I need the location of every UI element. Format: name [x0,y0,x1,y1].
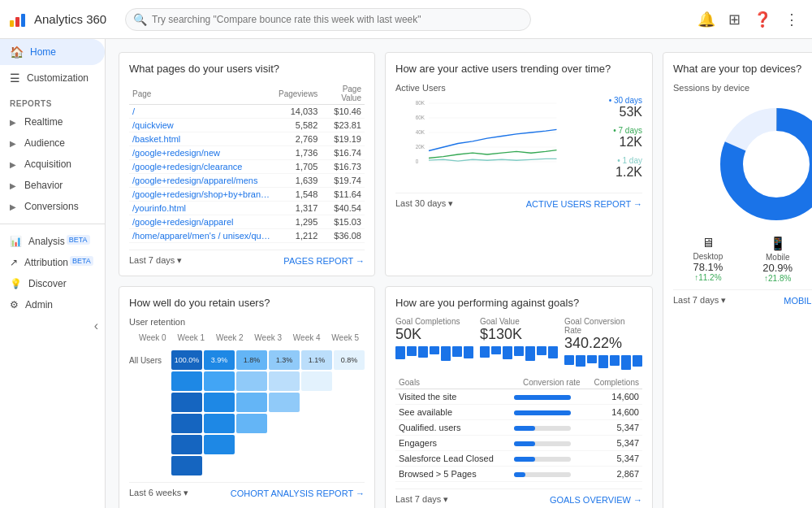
ret-col-w1: Week 1 [172,332,210,344]
caret-icon: ▶ [10,139,16,148]
apps-icon[interactable]: ⊞ [725,7,744,32]
page-url[interactable]: /google+redesign/new [129,146,275,160]
sidebar-item-home[interactable]: 🏠 Home [0,39,105,65]
table-row: /quickview 5,582 $23.81 [129,119,365,132]
goals-card: How are you performing against goals? Go… [385,286,653,508]
mini-bar [503,346,512,359]
header-actions: 🔔 ⊞ ❓ ⋮ [694,7,802,32]
sidebar-item-analysis[interactable]: 📊 AnalysisBETA [0,231,105,252]
page-views: 1,705 [275,160,321,174]
sidebar-item-customization[interactable]: ☰ Customization [0,65,105,91]
search-input[interactable] [125,8,531,31]
goal-completions: 14,600 [584,405,642,420]
sidebar-item-realtime[interactable]: ▶ Realtime [0,111,105,132]
goals-link[interactable]: GOALS OVERVIEW → [550,495,642,505]
goal-stats: Goal Completions 50K Goal Value $130K [395,317,642,370]
sidebar-item-audience[interactable]: ▶ Audience [0,132,105,154]
page-views: 1,295 [275,215,321,229]
page-url[interactable]: /google+redesign/shop+by+brand/youtube [129,188,275,202]
svg-text:20K: 20K [416,144,425,150]
heatmap-cell [236,414,267,433]
devices-date[interactable]: Last 7 days ▾ [673,295,726,306]
retention-date[interactable]: Last 6 weeks ▾ [129,488,188,498]
more-icon[interactable]: ⋮ [781,7,802,32]
heatmap-cell [171,371,202,391]
goal-rate [511,405,583,420]
notification-icon[interactable]: 🔔 [694,7,719,32]
svg-text:80K: 80K [416,100,425,106]
page-value: $40.54 [321,202,365,215]
goals-date[interactable]: Last 7 days ▾ [395,494,448,505]
heatmap-cell: 3.9% [204,350,235,370]
admin-icon: ⚙ [10,299,19,310]
ret-col-w5: Week 5 [326,332,365,344]
page-views: 1,736 [275,146,321,160]
active-users-label: Active Users [395,83,642,93]
page-views: 14,033 [275,105,321,119]
sidebar-admin-label: Admin [25,299,53,310]
page-url[interactable]: /basket.html [129,132,275,146]
page-url[interactable]: /yourinfo.html [129,202,275,215]
sidebar-item-conversions[interactable]: ▶ Conversions [0,196,105,217]
page-value: $10.46 [321,105,365,119]
mini-bar [480,346,490,358]
heatmap-cell [204,435,235,454]
caret-icon: ▶ [10,202,16,211]
sidebar-behavior-label: Behavior [24,180,63,191]
logo-icon [10,12,29,27]
page-url[interactable]: /home/apparel/men's / unisex/quickview [129,229,275,243]
goals-title: How are you performing against goals? [395,297,642,309]
devices-link[interactable]: MOBILE OVERVIEW → [784,296,812,306]
goals-footer: Last 7 days ▾ GOALS OVERVIEW → [395,488,642,505]
retention-table: Week 0 Week 1 Week 2 Week 3 Week 4 Week … [129,332,365,344]
svg-text:0: 0 [416,158,419,164]
header: Analytics 360 🔍 🔔 ⊞ ❓ ⋮ [0,0,812,39]
page-url[interactable]: /google+redesign/apparel [129,215,275,229]
cohort-link[interactable]: COHORT ANALYSIS REPORT → [231,488,365,498]
pages-date-select[interactable]: Last 7 days ▾ [129,255,182,266]
goal-name: Engagers [395,436,511,451]
page-value: $36.08 [321,229,365,243]
goal-completions: Goal Completions 50K [395,317,473,370]
table-row: Browsed > 5 Pages 2,867 [395,467,642,482]
active-users-date[interactable]: Last 30 days ▾ [395,198,453,209]
help-icon[interactable]: ❓ [750,7,775,32]
retention-card: How well do you retain users? User reten… [119,286,375,508]
table-row: /google+redesign/clearance 1,705 $16.73 [129,160,365,174]
heatmap-cell [236,393,267,412]
ret-col-w0: Week 0 [133,332,171,344]
table-row: Visited the site 14,600 [395,389,642,405]
page-url[interactable]: /google+redesign/clearance [129,160,275,174]
collapse-icon[interactable]: ‹ [94,319,98,333]
sidebar-item-discover[interactable]: 💡 Discover [0,273,105,294]
page-value: $23.81 [321,119,365,132]
devices-footer: Last 7 days ▾ MOBILE OVERVIEW → [673,289,812,306]
active-users-link[interactable]: ACTIVE USERS REPORT → [526,199,642,209]
stat-1day-value: 1.2K [585,165,642,180]
goal-name: Visited the site [395,389,511,405]
goal-name: See available [395,405,511,420]
sidebar-item-behavior[interactable]: ▶ Behavior [0,175,105,196]
heatmap-row-3 [129,393,365,412]
page-value: $16.73 [321,160,365,174]
pages-report-link[interactable]: PAGES REPORT → [283,256,365,266]
sidebar-item-acquisition[interactable]: ▶ Acquisition [0,154,105,175]
page-url[interactable]: /quickview [129,119,275,132]
page-url[interactable]: / [129,105,275,119]
table-row: /basket.html 2,769 $19.19 [129,132,365,146]
sidebar-audience-label: Audience [24,137,65,149]
goal-name: Qualified. users [395,420,511,436]
table-row: /google+redesign/apparel/mens 1,639 $19.… [129,174,365,188]
search-bar[interactable]: 🔍 [125,8,531,31]
sidebar-collapse[interactable]: ‹ [0,315,105,336]
sidebar-item-attribution[interactable]: ↗ AttributionBETA [0,252,105,273]
sidebar-analysis-label: AnalysisBETA [28,236,90,247]
retention-heatmap: All Users 100.0% 3.9% 1.8% 1.3% 1.1% 0.8… [129,350,365,475]
heatmap-cell: 0.8% [334,350,365,370]
heatmap-cell [171,393,202,412]
main-layout: 🏠 Home ☰ Customization REPORTS ▶ Realtim… [0,39,812,508]
page-url[interactable]: /google+redesign/apparel/mens [129,174,275,188]
retention-subtitle: User retention [129,317,365,327]
active-users-card: How are your active users trending over … [385,52,653,276]
sidebar-item-admin[interactable]: ⚙ Admin [0,294,105,315]
